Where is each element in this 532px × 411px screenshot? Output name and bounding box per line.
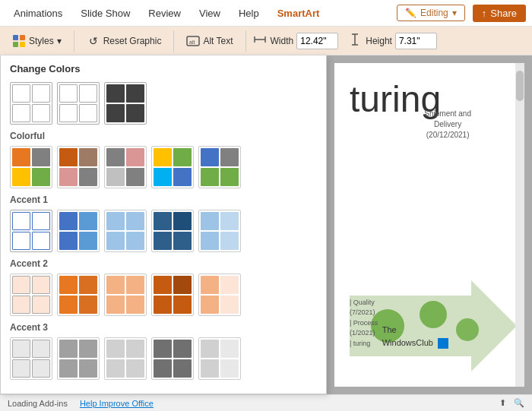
slide-bottom-right: The WindowsClub (382, 324, 448, 349)
main-area: Change Colors Colorful (0, 55, 532, 394)
height-icon (347, 33, 363, 49)
width-input[interactable] (296, 33, 338, 49)
color-grid-accent1 (10, 210, 317, 252)
accent3-label: Accent 3 (10, 322, 317, 333)
color-option-accent3-3[interactable] (104, 337, 147, 380)
reset-graphic-button[interactable]: ↺ Reset Graphic (81, 31, 168, 51)
width-icon (252, 33, 268, 49)
menu-review[interactable]: Review (141, 5, 188, 22)
slide-the-text: The (382, 325, 397, 334)
color-grid-accent3 (10, 337, 317, 380)
styles-icon (12, 34, 26, 48)
color-grid-default (10, 82, 317, 125)
color-option-accent2-4[interactable] (151, 273, 194, 316)
color-grid-colorful (10, 146, 317, 188)
height-field: Height (347, 33, 437, 49)
color-option-accent1-1[interactable] (10, 210, 52, 252)
windowsclub-icon (438, 338, 448, 349)
menu-slideshow[interactable]: Slide Show (73, 5, 138, 22)
svg-rect-1 (20, 35, 25, 40)
color-option-colorful3[interactable] (104, 146, 147, 188)
accent2-label: Accent 2 (10, 258, 317, 269)
color-option-colorful4[interactable] (151, 146, 194, 188)
share-icon: ↑ (482, 8, 487, 19)
loading-addins-label: Loading Add-ins (8, 399, 68, 408)
status-right: ⬆ 🔍 (499, 398, 524, 408)
color-option-dark[interactable] (104, 82, 147, 125)
divider-1 (74, 30, 74, 52)
color-option-outline2[interactable] (57, 82, 100, 125)
svg-point-15 (456, 318, 479, 341)
alt-text-icon: alt (186, 34, 200, 48)
share-button[interactable]: ↑ Share (473, 5, 526, 22)
color-grid-accent2 (10, 273, 317, 316)
slide-windowsclub-text: WindowsClub (382, 338, 433, 347)
svg-text:alt: alt (189, 40, 195, 45)
svg-rect-0 (13, 35, 18, 40)
menu-help[interactable]: Help (231, 5, 267, 22)
scrollbar-thumb[interactable] (516, 71, 524, 101)
styles-label: Styles (29, 36, 54, 46)
width-label: Width (271, 36, 294, 46)
alt-text-label: Alt Text (203, 36, 233, 46)
colorful-label: Colorful (10, 131, 317, 141)
menu-view[interactable]: View (192, 5, 228, 22)
slide-content: turing Shipment andDelivery(20/12/2021) … (334, 63, 524, 387)
pencil-icon: ✏️ (405, 8, 416, 18)
scrollbar-track[interactable] (515, 63, 524, 387)
color-option-outline1[interactable] (10, 82, 52, 125)
upload-icon[interactable]: ⬆ (499, 398, 506, 408)
divider-2 (173, 30, 174, 52)
chevron-down-icon: ▾ (57, 36, 62, 46)
panel-title: Change Colors (10, 63, 317, 74)
width-field: Width (252, 33, 339, 49)
color-option-accent1-3[interactable] (104, 210, 147, 252)
accent1-label: Accent 1 (10, 194, 317, 205)
zoom-icon: 🔍 (514, 398, 524, 408)
menu-bar: Animations Slide Show Review View Help S… (0, 0, 532, 27)
divider-3 (245, 30, 246, 52)
color-option-accent1-5[interactable] (198, 210, 241, 252)
color-option-accent1-4[interactable] (151, 210, 194, 252)
svg-rect-3 (20, 42, 25, 47)
color-option-accent3-5[interactable] (198, 337, 241, 380)
color-option-colorful1[interactable] (10, 146, 52, 188)
color-option-accent2-1[interactable] (10, 273, 52, 316)
slide-bottom-left: | Quality(7/2021)| Process(1/2021)| turi… (350, 298, 378, 349)
status-bar: Loading Add-ins Help Improve Office ⬆ 🔍 (0, 394, 532, 411)
color-option-accent2-2[interactable] (57, 273, 100, 316)
change-colors-panel: Change Colors Colorful (0, 55, 327, 394)
menu-animations[interactable]: Animations (6, 5, 70, 22)
height-input[interactable] (395, 33, 437, 49)
height-label: Height (366, 36, 392, 46)
editing-label: Editing (420, 8, 448, 18)
ribbon: Styles ▾ ↺ Reset Graphic alt Alt Text Wi… (0, 27, 532, 55)
color-option-accent1-2[interactable] (57, 210, 100, 252)
chevron-down-icon: ▾ (452, 8, 457, 18)
color-option-colorful5[interactable] (198, 146, 241, 188)
styles-button[interactable]: Styles ▾ (6, 31, 68, 51)
menu-smartart[interactable]: SmartArt (270, 5, 328, 22)
color-option-accent3-4[interactable] (151, 337, 194, 380)
reset-icon: ↺ (87, 34, 100, 48)
editing-button[interactable]: ✏️ Editing ▾ (397, 5, 465, 21)
slide-annotation: Shipment andDelivery(20/12/2021) (424, 109, 471, 141)
reset-graphic-label: Reset Graphic (103, 36, 162, 46)
color-option-colorful2[interactable] (57, 146, 100, 188)
share-label: Share (490, 8, 517, 19)
alt-text-button[interactable]: alt Alt Text (180, 31, 239, 51)
color-option-accent3-2[interactable] (57, 337, 100, 380)
color-option-accent2-5[interactable] (198, 273, 241, 316)
help-improve-label[interactable]: Help Improve Office (80, 399, 154, 408)
color-option-accent3-1[interactable] (10, 337, 52, 380)
svg-rect-2 (13, 42, 18, 47)
slide-area: turing Shipment andDelivery(20/12/2021) … (327, 55, 532, 394)
color-option-accent2-3[interactable] (104, 273, 147, 316)
